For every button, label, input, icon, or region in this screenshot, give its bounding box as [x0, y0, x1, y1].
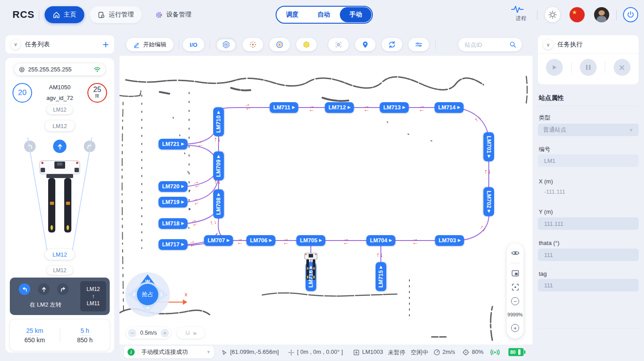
sun-icon [548, 10, 557, 19]
refresh-button[interactable] [382, 38, 402, 51]
station-label: LM705 [300, 237, 317, 244]
map-station-LM717[interactable]: LM717▶ [158, 239, 187, 250]
theta-field[interactable] [538, 249, 639, 261]
map-station-LM719[interactable]: LM719▶ [158, 197, 187, 207]
station-label: LM713 [383, 104, 400, 111]
start-edit-button[interactable]: 开始编辑 [126, 38, 173, 51]
current-station-pill[interactable]: LM12 [45, 249, 74, 260]
station-direction-icon: ▶ [487, 210, 491, 212]
map-station-LM709[interactable]: LM709▶ [213, 151, 224, 180]
signal-icon [490, 349, 500, 356]
monitor-gear-icon [98, 11, 105, 19]
map-station-LM715[interactable]: LM715▶ [376, 262, 386, 291]
route-arrow-pair: →← [234, 237, 246, 245]
task-play-button[interactable] [546, 59, 563, 76]
mode-auto[interactable]: 自动 [308, 7, 340, 23]
add-task-button[interactable]: + [103, 40, 109, 49]
code-input[interactable] [543, 157, 633, 165]
layer-nodes-button[interactable] [216, 38, 236, 51]
minimap-icon[interactable] [512, 270, 519, 277]
connection-status[interactable]: i 手动模式连接成功 ▼ [124, 346, 214, 358]
next-station-pill[interactable]: LM12 [47, 266, 73, 275]
map-viewport[interactable]: LM711▶LM712▶LM713▶LM714▶LM710▶LM721▶LM70… [120, 30, 533, 361]
map-station-LM701[interactable]: LM701▶ [483, 132, 494, 161]
map-station-LM705[interactable]: LM705▶ [296, 235, 325, 246]
map-station-LM708[interactable]: LM708▶ [213, 189, 224, 218]
layer-area-button[interactable] [296, 38, 317, 51]
confidence-icon [462, 349, 469, 356]
filter-settings-button[interactable] [409, 38, 429, 51]
zoom-in-button[interactable]: + [511, 324, 519, 332]
y-input[interactable] [543, 220, 633, 228]
station-direction-icon: ▶ [217, 155, 220, 158]
theme-toggle-button[interactable] [545, 7, 560, 22]
nav-operation[interactable]: 运行管理 [90, 6, 142, 23]
map-station-LM713[interactable]: LM713▶ [380, 102, 409, 113]
search-icon[interactable] [509, 41, 516, 48]
nav-turn-right-icon[interactable] [57, 283, 69, 295]
relocate-button[interactable] [328, 38, 349, 51]
seize-control-button[interactable]: 抢占 [135, 282, 160, 307]
type-select[interactable]: 普通站点 ▼ [538, 124, 639, 136]
nav-straight-icon[interactable] [38, 283, 50, 295]
theta-input[interactable] [543, 251, 633, 259]
map-station-LM707[interactable]: LM707▶ [204, 235, 233, 246]
task-execute-card: ∨ 任务执行 [538, 35, 639, 84]
nav-turn-left-icon[interactable] [19, 283, 30, 295]
chevron-down-icon[interactable]: ∨ [11, 40, 21, 50]
station-search-input[interactable] [464, 41, 509, 49]
map-station-LM703[interactable]: LM703▶ [435, 235, 464, 246]
pause-state: 未暂停 [388, 349, 405, 357]
stations-layer: LM711▶LM712▶LM713▶LM714▶LM710▶LM721▶LM70… [120, 30, 533, 361]
y-field[interactable] [538, 217, 639, 230]
route-from: LM12 [87, 286, 100, 293]
route-arrow: ↑ [92, 293, 95, 300]
mode-manual[interactable]: 手动 [340, 7, 372, 22]
zoom-out-button[interactable]: − [511, 297, 519, 305]
chevron-down-icon[interactable]: ∨ [543, 40, 553, 50]
map-station-LM710[interactable]: LM710▶ [213, 107, 224, 136]
map-station-LM704[interactable]: LM704▶ [366, 235, 395, 246]
task-execute-title: 任务执行 [557, 41, 582, 49]
agv-stats-card: 25 km 650 km 5 h 850 h [10, 320, 110, 351]
map-station-LM718[interactable]: LM718▶ [158, 218, 187, 229]
center-focus-icon[interactable] [512, 283, 519, 291]
nav-devices[interactable]: 设备管理 [147, 6, 199, 23]
map-station-LM702[interactable]: LM702▶ [483, 187, 494, 216]
map-station-LM720[interactable]: LM720▶ [158, 181, 187, 192]
current-station-code: LM1003 [362, 349, 383, 355]
eye-icon[interactable] [511, 250, 520, 256]
tag-input[interactable] [543, 282, 633, 289]
power-button[interactable] [623, 7, 638, 22]
task-pause-button[interactable] [580, 59, 597, 76]
chevron-down-icon[interactable]: ▼ [206, 350, 211, 354]
layer-target-button[interactable] [269, 38, 290, 51]
io-button[interactable]: I/O [183, 38, 204, 51]
process-button[interactable]: 进程 [511, 5, 531, 22]
fork-control[interactable]: ▶ [177, 327, 205, 339]
cursor-icon [221, 349, 227, 356]
nav-home[interactable]: 主页 [45, 6, 84, 23]
agv-card: 255.255.255.255 20 AM1050 agv_id_72 25 限… [5, 58, 114, 353]
code-field[interactable] [538, 154, 639, 167]
map-station-LM721[interactable]: LM721▶ [158, 139, 187, 149]
china-flag-icon: ★ [572, 9, 577, 16]
map-station-LM712[interactable]: LM712▶ [325, 102, 354, 113]
map-station-LM714[interactable]: LM714▶ [434, 102, 463, 113]
route-arrow-pair: →← [190, 178, 203, 189]
map-station-LM706[interactable]: LM706▶ [246, 235, 275, 246]
locate-button[interactable] [355, 38, 376, 51]
speed-decrease-button[interactable]: − [128, 329, 136, 337]
task-cancel-button[interactable] [614, 59, 631, 76]
robot-pose: [ 0m , 0m , 0.00° ] [297, 349, 343, 355]
layer-scatter-button[interactable] [243, 38, 263, 51]
language-flag-button[interactable]: ★ [570, 7, 585, 22]
station-direction-icon: ▶ [402, 106, 405, 109]
map-station-LM711[interactable]: LM711▶ [270, 102, 298, 113]
user-avatar[interactable] [594, 7, 609, 22]
tag-field[interactable] [538, 279, 639, 291]
mode-dispatch[interactable]: 调度 [277, 7, 308, 23]
station-label: LM704 [370, 237, 387, 244]
speed-increase-button[interactable]: + [161, 329, 169, 337]
map-robot-icon[interactable] [303, 252, 319, 282]
